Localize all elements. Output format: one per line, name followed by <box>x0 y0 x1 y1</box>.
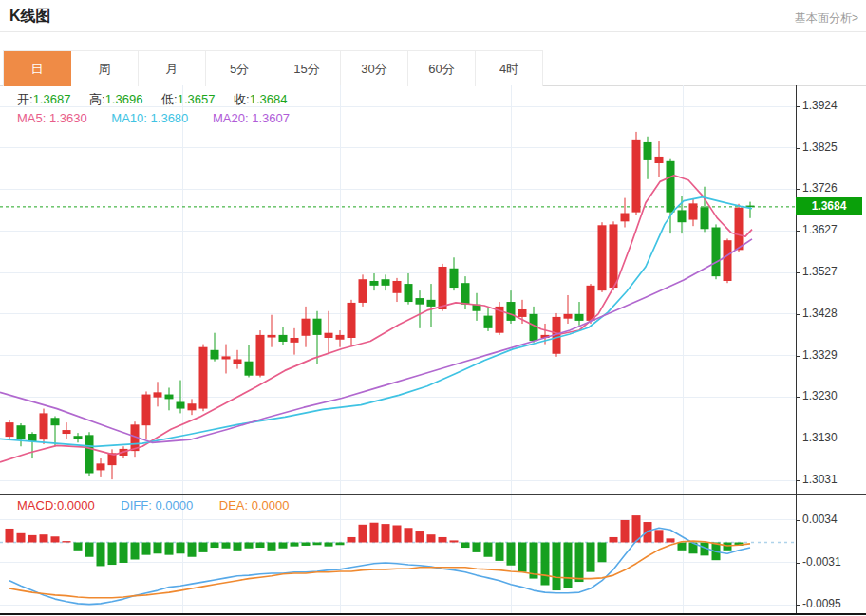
macd-bar <box>461 543 470 549</box>
macd-bar <box>370 523 379 543</box>
macd-bar <box>154 543 162 554</box>
axis-tick <box>796 563 800 564</box>
price-axis-label: 1.3627 <box>802 223 838 236</box>
macd-bar <box>108 543 117 566</box>
candle <box>564 314 573 319</box>
price-axis-label: 1.3726 <box>802 181 838 195</box>
fundamental-analysis-link[interactable]: 基本面分析> <box>795 10 858 27</box>
macd-bar <box>165 543 174 555</box>
price-axis-label: 1.3230 <box>802 389 838 402</box>
ma20-legend: MA20: 1.3607 <box>213 111 290 125</box>
macd-chart-canvas[interactable] <box>0 495 796 615</box>
main-chart-canvas[interactable] <box>0 81 796 495</box>
macd-bar <box>518 543 527 572</box>
axis-tick <box>796 231 800 232</box>
macd-bar <box>302 543 311 546</box>
candle <box>188 403 197 410</box>
macd-bar <box>131 543 140 560</box>
dea-value-legend: DEA: 0.0000 <box>219 498 290 513</box>
candle <box>313 319 322 335</box>
macd-bar <box>97 543 105 567</box>
macd-bar <box>507 543 516 566</box>
candle <box>291 338 299 343</box>
macd-bar <box>610 537 618 543</box>
candle <box>40 413 48 439</box>
candle <box>245 362 254 376</box>
price-axis-label: 1.3329 <box>802 348 838 362</box>
macd-bar <box>245 543 254 549</box>
candle <box>154 392 162 397</box>
close-value: 1.3684 <box>250 92 288 106</box>
axis-tick <box>796 106 800 107</box>
macd-bar <box>598 543 607 563</box>
price-axis-line <box>796 85 797 615</box>
candle <box>416 298 424 305</box>
macd-bar <box>85 543 94 557</box>
candle <box>28 434 37 441</box>
candle <box>575 314 584 321</box>
open-value: 1.3687 <box>33 92 71 106</box>
diff-line <box>9 528 750 604</box>
axis-tick <box>796 520 800 521</box>
macd-bar <box>484 543 493 557</box>
candle <box>74 436 83 439</box>
macd-bar <box>268 543 276 551</box>
macd-bar <box>416 531 424 542</box>
candle <box>644 142 652 160</box>
macd-bar <box>541 543 550 586</box>
candle <box>302 319 311 336</box>
candle <box>678 210 687 222</box>
diff-value-legend: DIFF: 0.0000 <box>121 498 193 513</box>
candle <box>359 279 367 303</box>
macd-bar <box>473 543 481 552</box>
macd-bar <box>587 543 595 572</box>
candle <box>484 316 493 328</box>
ma-legend: MA5: 1.3630 MA10: 1.3680 MA20: 1.3607 <box>17 111 311 125</box>
axis-tick <box>796 480 800 481</box>
macd-bar <box>291 543 299 547</box>
axis-tick <box>796 397 800 398</box>
macd-bar <box>382 524 390 542</box>
macd-bar <box>655 530 664 542</box>
candle <box>393 281 402 293</box>
candle <box>507 302 516 321</box>
ma20-line <box>0 239 752 442</box>
macd-chart <box>0 495 796 615</box>
macd-bar <box>621 520 630 543</box>
price-axis-label: 1.3825 <box>802 140 838 154</box>
macd-bar <box>6 529 14 543</box>
price-axis-label: 1.3527 <box>802 265 838 278</box>
candle <box>724 240 732 281</box>
macd-bar <box>667 538 675 542</box>
candle <box>518 309 527 317</box>
macd-bar <box>450 540 459 542</box>
macd-bar <box>40 534 48 542</box>
candle <box>97 463 105 470</box>
macd-bar <box>211 543 219 549</box>
low-label: 低: <box>161 92 178 106</box>
macd-bar <box>553 543 561 591</box>
candle <box>382 279 390 286</box>
candle <box>450 269 459 288</box>
candle <box>63 430 71 434</box>
macd-bar <box>359 525 367 543</box>
price-axis-label: 1.3031 <box>802 473 838 486</box>
candle <box>325 333 333 338</box>
macd-bar <box>63 541 71 542</box>
axis-tick <box>796 356 800 357</box>
candle <box>211 350 219 360</box>
macd-bar <box>256 543 265 549</box>
candle <box>461 283 470 305</box>
candle <box>234 359 242 364</box>
macd-bar <box>17 533 26 543</box>
macd-bar <box>496 543 504 561</box>
candle <box>17 425 26 439</box>
macd-bar <box>142 543 151 555</box>
candle <box>177 401 185 408</box>
candle <box>405 284 413 302</box>
macd-bar <box>279 543 288 549</box>
candle <box>142 395 151 426</box>
candle <box>268 335 276 338</box>
macd-bar <box>678 543 687 551</box>
candle <box>632 140 641 213</box>
